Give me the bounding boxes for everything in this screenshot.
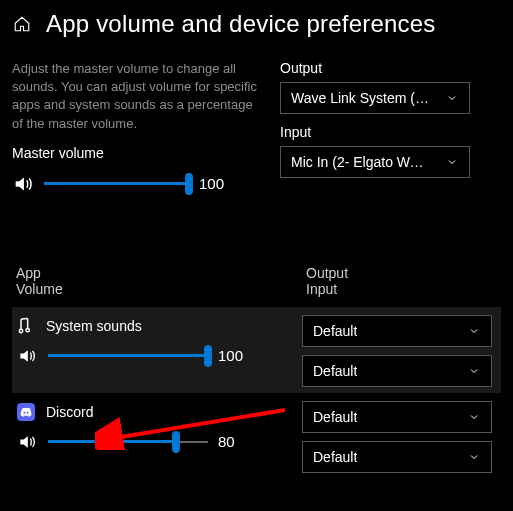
column-app-label: App <box>16 265 306 281</box>
chevron-down-icon <box>445 91 459 105</box>
system-output-select[interactable]: Default <box>302 315 492 347</box>
discord-output-select[interactable]: Default <box>302 401 492 433</box>
column-volume-label: Volume <box>16 281 306 297</box>
app-name: Discord <box>46 404 93 420</box>
input-label: Input <box>280 124 480 140</box>
chevron-down-icon <box>445 155 459 169</box>
master-volume-slider[interactable] <box>44 174 189 194</box>
speaker-icon[interactable] <box>12 173 34 195</box>
system-volume-value: 100 <box>218 347 248 364</box>
app-row-system-sounds: System sounds 100 <box>12 307 501 393</box>
discord-icon <box>16 402 36 422</box>
input-device-select[interactable]: Mic In (2- Elgato Wa… <box>280 146 470 178</box>
chevron-down-icon <box>467 450 481 464</box>
discord-volume-value: 80 <box>218 433 248 450</box>
output-device-value: Wave Link System (2… <box>291 90 431 106</box>
input-device-value: Mic In (2- Elgato Wa… <box>291 154 431 170</box>
output-label: Output <box>280 60 480 76</box>
discord-input-select[interactable]: Default <box>302 441 492 473</box>
description-text: Adjust the master volume to change all s… <box>12 60 262 133</box>
speaker-icon[interactable] <box>16 431 38 453</box>
system-input-select[interactable]: Default <box>302 355 492 387</box>
master-volume-label: Master volume <box>12 145 262 161</box>
chevron-down-icon <box>467 324 481 338</box>
app-name: System sounds <box>46 318 142 334</box>
system-sounds-icon <box>16 316 36 336</box>
speaker-icon[interactable] <box>16 345 38 367</box>
column-input-label: Input <box>306 281 348 297</box>
column-output-label: Output <box>306 265 348 281</box>
output-device-select[interactable]: Wave Link System (2… <box>280 82 470 114</box>
home-icon[interactable] <box>12 14 32 34</box>
chevron-down-icon <box>467 410 481 424</box>
app-row-discord: Discord 80 Defau <box>12 393 501 479</box>
svg-point-1 <box>26 328 29 331</box>
system-volume-slider[interactable] <box>48 346 208 366</box>
chevron-down-icon <box>467 364 481 378</box>
svg-point-0 <box>19 329 22 332</box>
page-title: App volume and device preferences <box>46 10 436 38</box>
master-volume-value: 100 <box>199 175 229 192</box>
discord-volume-slider[interactable] <box>48 432 208 452</box>
